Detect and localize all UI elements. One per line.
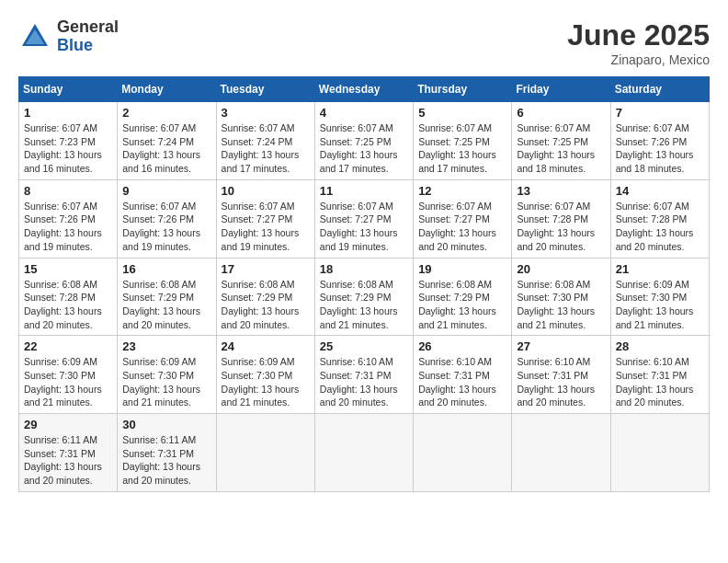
calendar-cell: 6Sunrise: 6:07 AMSunset: 7:25 PMDaylight…	[512, 102, 610, 180]
header-wednesday: Wednesday	[314, 77, 413, 102]
logo-general: General	[57, 18, 119, 37]
calendar-cell	[610, 414, 709, 492]
day-info: Sunrise: 6:07 AMSunset: 7:25 PMDaylight:…	[320, 121, 408, 176]
calendar-cell: 1Sunrise: 6:07 AMSunset: 7:23 PMDaylight…	[19, 102, 118, 180]
calendar-cell: 7Sunrise: 6:07 AMSunset: 7:26 PMDaylight…	[610, 102, 709, 180]
day-info: Sunrise: 6:07 AMSunset: 7:23 PMDaylight:…	[24, 121, 112, 176]
calendar-week-row: 8Sunrise: 6:07 AMSunset: 7:26 PMDaylight…	[19, 179, 710, 258]
day-number: 14	[616, 184, 704, 198]
logo-text: General Blue	[57, 18, 119, 55]
calendar-cell: 9Sunrise: 6:07 AMSunset: 7:26 PMDaylight…	[118, 179, 216, 258]
calendar-cell	[216, 414, 314, 492]
calendar-week-row: 1Sunrise: 6:07 AMSunset: 7:23 PMDaylight…	[19, 102, 710, 180]
day-info: Sunrise: 6:08 AMSunset: 7:29 PMDaylight:…	[418, 278, 506, 332]
day-info: Sunrise: 6:08 AMSunset: 7:29 PMDaylight:…	[320, 278, 408, 332]
day-info: Sunrise: 6:10 AMSunset: 7:31 PMDaylight:…	[517, 355, 605, 409]
day-info: Sunrise: 6:07 AMSunset: 7:27 PMDaylight:…	[320, 200, 408, 254]
day-number: 17	[222, 262, 310, 276]
header-thursday: Thursday	[414, 77, 512, 102]
day-number: 1	[24, 106, 112, 120]
header-friday: Friday	[512, 77, 610, 102]
day-info: Sunrise: 6:07 AMSunset: 7:28 PMDaylight:…	[517, 200, 605, 254]
page-header: General Blue June 2025 Zinaparo, Mexico	[18, 18, 710, 67]
day-info: Sunrise: 6:07 AMSunset: 7:25 PMDaylight:…	[418, 121, 506, 176]
day-number: 29	[24, 418, 112, 431]
calendar-cell: 30Sunrise: 6:11 AMSunset: 7:31 PMDayligh…	[118, 414, 216, 492]
calendar-week-row: 15Sunrise: 6:08 AMSunset: 7:28 PMDayligh…	[19, 258, 710, 336]
day-number: 3	[222, 106, 310, 120]
day-number: 7	[616, 106, 704, 120]
calendar-cell: 29Sunrise: 6:11 AMSunset: 7:31 PMDayligh…	[19, 414, 118, 492]
day-info: Sunrise: 6:07 AMSunset: 7:27 PMDaylight:…	[418, 200, 506, 254]
day-number: 26	[418, 339, 506, 353]
day-info: Sunrise: 6:09 AMSunset: 7:30 PMDaylight:…	[24, 355, 112, 409]
calendar-cell: 19Sunrise: 6:08 AMSunset: 7:29 PMDayligh…	[414, 258, 512, 336]
calendar-cell: 10Sunrise: 6:07 AMSunset: 7:27 PMDayligh…	[216, 179, 314, 258]
calendar-cell: 24Sunrise: 6:09 AMSunset: 7:30 PMDayligh…	[216, 336, 314, 414]
calendar-cell: 12Sunrise: 6:07 AMSunset: 7:27 PMDayligh…	[414, 179, 512, 258]
day-number: 5	[418, 106, 506, 120]
day-number: 10	[222, 184, 310, 198]
logo-blue: Blue	[57, 37, 119, 55]
calendar-cell: 23Sunrise: 6:09 AMSunset: 7:30 PMDayligh…	[118, 336, 216, 414]
location: Zinaparo, Mexico	[567, 52, 710, 67]
day-info: Sunrise: 6:08 AMSunset: 7:30 PMDaylight:…	[517, 278, 605, 332]
calendar-cell: 8Sunrise: 6:07 AMSunset: 7:26 PMDaylight…	[19, 179, 118, 258]
day-number: 20	[517, 262, 605, 276]
day-info: Sunrise: 6:07 AMSunset: 7:25 PMDaylight:…	[517, 121, 605, 176]
day-info: Sunrise: 6:07 AMSunset: 7:24 PMDaylight:…	[122, 121, 210, 176]
day-info: Sunrise: 6:07 AMSunset: 7:27 PMDaylight:…	[222, 200, 310, 254]
header-sunday: Sunday	[19, 77, 118, 102]
calendar-cell: 13Sunrise: 6:07 AMSunset: 7:28 PMDayligh…	[512, 179, 610, 258]
calendar-cell	[414, 414, 512, 492]
day-info: Sunrise: 6:08 AMSunset: 7:28 PMDaylight:…	[24, 278, 112, 332]
day-number: 8	[24, 184, 112, 198]
calendar-cell: 20Sunrise: 6:08 AMSunset: 7:30 PMDayligh…	[512, 258, 610, 336]
day-number: 16	[122, 262, 210, 276]
day-number: 28	[616, 339, 704, 353]
calendar-table: SundayMondayTuesdayWednesdayThursdayFrid…	[18, 76, 710, 492]
calendar-cell: 22Sunrise: 6:09 AMSunset: 7:30 PMDayligh…	[19, 336, 118, 414]
day-number: 13	[517, 184, 605, 198]
calendar-cell: 28Sunrise: 6:10 AMSunset: 7:31 PMDayligh…	[610, 336, 709, 414]
calendar-cell: 11Sunrise: 6:07 AMSunset: 7:27 PMDayligh…	[314, 179, 413, 258]
calendar-cell: 15Sunrise: 6:08 AMSunset: 7:28 PMDayligh…	[19, 258, 118, 336]
day-number: 9	[122, 184, 210, 198]
logo: General Blue	[18, 18, 119, 55]
day-info: Sunrise: 6:10 AMSunset: 7:31 PMDaylight:…	[320, 355, 408, 409]
day-number: 19	[418, 262, 506, 276]
day-number: 25	[320, 339, 408, 353]
day-info: Sunrise: 6:07 AMSunset: 7:26 PMDaylight:…	[616, 121, 704, 176]
header-saturday: Saturday	[610, 77, 709, 102]
calendar-cell: 17Sunrise: 6:08 AMSunset: 7:29 PMDayligh…	[216, 258, 314, 336]
day-number: 2	[122, 106, 210, 120]
header-monday: Monday	[118, 77, 216, 102]
calendar-cell: 14Sunrise: 6:07 AMSunset: 7:28 PMDayligh…	[610, 179, 709, 258]
day-number: 30	[122, 418, 210, 431]
calendar-cell: 2Sunrise: 6:07 AMSunset: 7:24 PMDaylight…	[118, 102, 216, 180]
day-info: Sunrise: 6:09 AMSunset: 7:30 PMDaylight:…	[222, 355, 310, 409]
logo-icon	[18, 20, 51, 53]
calendar-cell: 4Sunrise: 6:07 AMSunset: 7:25 PMDaylight…	[314, 102, 413, 180]
calendar-week-row: 29Sunrise: 6:11 AMSunset: 7:31 PMDayligh…	[19, 414, 710, 492]
day-number: 23	[122, 339, 210, 353]
day-info: Sunrise: 6:08 AMSunset: 7:29 PMDaylight:…	[222, 278, 310, 332]
calendar-cell	[512, 414, 610, 492]
calendar-cell: 26Sunrise: 6:10 AMSunset: 7:31 PMDayligh…	[414, 336, 512, 414]
title-block: June 2025 Zinaparo, Mexico	[567, 18, 710, 67]
calendar-cell: 25Sunrise: 6:10 AMSunset: 7:31 PMDayligh…	[314, 336, 413, 414]
day-number: 4	[320, 106, 408, 120]
calendar-cell: 18Sunrise: 6:08 AMSunset: 7:29 PMDayligh…	[314, 258, 413, 336]
day-info: Sunrise: 6:07 AMSunset: 7:28 PMDaylight:…	[616, 200, 704, 254]
day-info: Sunrise: 6:07 AMSunset: 7:24 PMDaylight:…	[222, 121, 310, 176]
day-number: 21	[616, 262, 704, 276]
day-info: Sunrise: 6:10 AMSunset: 7:31 PMDaylight:…	[418, 355, 506, 409]
header-tuesday: Tuesday	[216, 77, 314, 102]
day-number: 11	[320, 184, 408, 198]
month-title: June 2025	[567, 18, 710, 52]
day-info: Sunrise: 6:10 AMSunset: 7:31 PMDaylight:…	[616, 355, 704, 409]
day-info: Sunrise: 6:07 AMSunset: 7:26 PMDaylight:…	[122, 200, 210, 254]
day-info: Sunrise: 6:09 AMSunset: 7:30 PMDaylight:…	[616, 278, 704, 332]
day-number: 12	[418, 184, 506, 198]
day-number: 15	[24, 262, 112, 276]
